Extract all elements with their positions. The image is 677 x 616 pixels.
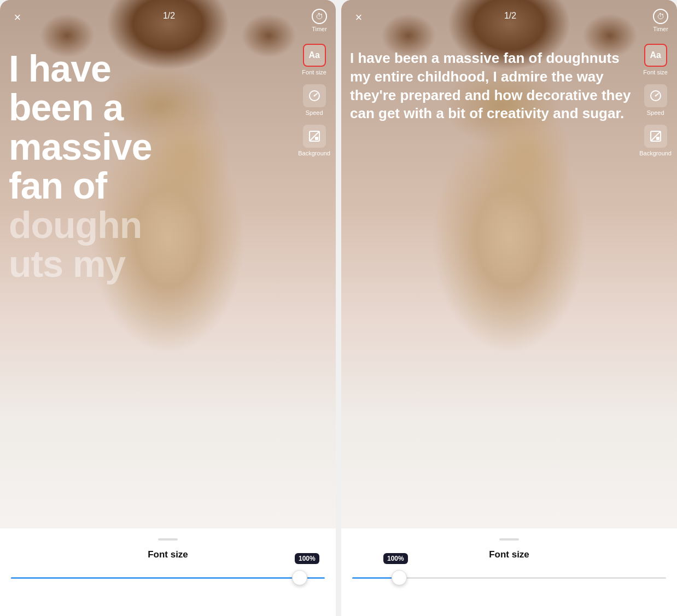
background-label-2: Background — [639, 150, 672, 156]
right-tools-1: Aa Font size Speed — [298, 44, 330, 156]
slider-tooltip-2: 100% — [383, 553, 408, 564]
main-text-line4-1: fan of — [9, 166, 297, 205]
slider-container-1[interactable]: 100% — [11, 567, 325, 589]
speed-tool-2[interactable]: Speed — [644, 84, 667, 116]
main-text-line3-1: massive — [9, 127, 297, 166]
speed-label-1: Speed — [306, 109, 323, 116]
page-counter-1: 1/2 — [163, 9, 175, 21]
font-size-icon-2: Aa — [644, 44, 667, 67]
timer-icon-1: ⏱ — [312, 9, 327, 24]
timer-button-1[interactable]: ⏱ Timer — [312, 9, 327, 32]
small-text-overlay-2: I have been a massive fan of doughnuts m… — [350, 49, 639, 123]
svg-point-2 — [313, 95, 315, 97]
slider-thumb-1[interactable]: 100% — [292, 570, 307, 585]
slider-track-1 — [11, 577, 325, 579]
slider-fill-1 — [11, 577, 300, 579]
font-size-heading-2: Font size — [489, 549, 529, 560]
faded-text-line1-1: doughn — [9, 206, 297, 245]
page-counter-2: 1/2 — [504, 9, 516, 21]
bottom-section-1: Font size 100% — [0, 528, 336, 616]
main-text-line1-1: I have — [9, 49, 297, 88]
background-icon-1 — [303, 125, 326, 148]
speed-icon-2 — [644, 84, 667, 107]
main-container: × 1/2 ⏱ Timer Aa Font size — [0, 0, 677, 616]
svg-point-8 — [655, 95, 656, 97]
background-label-1: Background — [298, 150, 330, 156]
paragraph-text-2: I have been a massive fan of doughnuts m… — [350, 49, 639, 123]
slider-tooltip-1: 100% — [295, 553, 319, 564]
large-text-overlay-1: I have been a massive fan of doughn uts … — [9, 49, 297, 283]
top-bar-1: × 1/2 ⏱ Timer — [0, 0, 336, 32]
font-size-tool-2[interactable]: Aa Font size — [643, 44, 668, 75]
slider-container-2[interactable]: 100% — [352, 567, 666, 589]
background-tool-2[interactable]: Background — [639, 125, 672, 156]
close-button-1[interactable]: × — [9, 9, 26, 26]
panel-1: × 1/2 ⏱ Timer Aa Font size — [0, 0, 336, 616]
phone-screen-1: × 1/2 ⏱ Timer Aa Font size — [0, 0, 336, 528]
background-tool-1[interactable]: Background — [298, 125, 330, 156]
main-text-line2-1: been a — [9, 88, 297, 127]
right-tools-2: Aa Font size Speed — [639, 44, 672, 156]
font-size-tool-1[interactable]: Aa Font size — [302, 44, 326, 75]
drag-indicator-2 — [499, 538, 519, 541]
font-size-icon-1: Aa — [303, 44, 326, 67]
svg-rect-5 — [315, 137, 318, 140]
top-bar-2: × 1/2 ⏱ Timer — [341, 0, 677, 32]
font-size-heading-1: Font size — [148, 549, 188, 560]
phone-screen-2: × 1/2 ⏱ Timer Aa Font size — [341, 0, 677, 528]
svg-rect-11 — [656, 137, 660, 140]
slider-thumb-2[interactable]: 100% — [392, 570, 407, 585]
timer-label-1: Timer — [312, 26, 327, 32]
speed-tool-1[interactable]: Speed — [303, 84, 326, 116]
font-size-label-tool-2: Font size — [643, 69, 668, 75]
speed-icon-1 — [303, 84, 326, 107]
font-size-label-tool-1: Font size — [302, 69, 326, 75]
faded-text-line2-1: uts my — [9, 245, 297, 283]
background-icon-2 — [644, 125, 667, 148]
timer-label-2: Timer — [653, 26, 668, 32]
bottom-section-2: Font size 100% — [341, 528, 677, 616]
drag-indicator-1 — [158, 538, 178, 541]
speed-label-2: Speed — [647, 109, 664, 116]
timer-icon-2: ⏱ — [653, 9, 668, 24]
panel-2: × 1/2 ⏱ Timer Aa Font size — [341, 0, 677, 616]
close-button-2[interactable]: × — [350, 9, 367, 26]
timer-button-2[interactable]: ⏱ Timer — [653, 9, 668, 32]
